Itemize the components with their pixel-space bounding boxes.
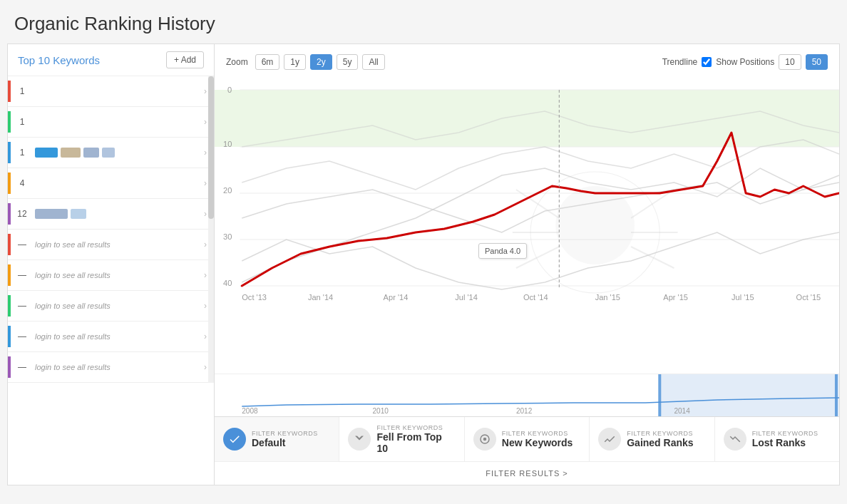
- filter-button-lost-ranks[interactable]: FILTER KEYWORDSLost Ranks: [715, 417, 839, 461]
- rank-badge: —: [11, 362, 31, 372]
- svg-rect-34: [658, 374, 661, 416]
- chart-area: Zoom 6m 1y 2y 5y All Trendline Show Posi…: [215, 44, 839, 485]
- scrollbar-track: [208, 76, 214, 383]
- svg-point-37: [483, 438, 487, 441]
- rank-badge: 12: [11, 209, 31, 219]
- svg-text:20: 20: [223, 186, 232, 195]
- mini-chart-wrapper: 2008 2010 2012 2014: [215, 374, 839, 416]
- keyword-bars: [31, 148, 197, 158]
- sidebar-header: Top 10 Keywords + Add: [8, 44, 214, 76]
- filter-icon-new: [473, 428, 496, 451]
- trendline-section: Trendline Show Positions 10 50: [662, 54, 828, 70]
- rank-badge: —: [11, 301, 31, 311]
- svg-text:Jan '14: Jan '14: [308, 293, 333, 302]
- main-chart-svg: 0 10 20 30 40 Oct '13 Jan '14 Apr '14 Ju…: [215, 76, 839, 318]
- zoom-6m-button[interactable]: 6m: [255, 54, 280, 70]
- zoom-all-button[interactable]: All: [362, 54, 384, 70]
- sidebar-item[interactable]: 4›: [8, 168, 214, 199]
- svg-text:10: 10: [223, 140, 232, 148]
- filter-name: Fell From Top 10: [376, 431, 455, 454]
- svg-rect-35: [835, 374, 838, 416]
- filter-icon-fell: [348, 428, 371, 451]
- filter-buttons: FILTER KEYWORDSDefaultFILTER KEYWORDSFel…: [215, 416, 839, 461]
- rank-badge: —: [11, 270, 31, 280]
- rank-badge: 1: [11, 86, 31, 96]
- keyword-bar: [35, 148, 58, 158]
- keyword-bar: [35, 209, 68, 219]
- sidebar-header-title: Top 10 Keywords: [18, 54, 100, 66]
- sidebar: Top 10 Keywords + Add 1›1›1›4›12›—login …: [8, 44, 215, 485]
- keyword-bar: [83, 148, 99, 158]
- svg-text:2014: 2014: [674, 407, 690, 415]
- filter-text: FILTER KEYWORDSDefault: [252, 430, 318, 448]
- filter-name: New Keywords: [502, 437, 573, 448]
- filter-button-new-keywords[interactable]: FILTER KEYWORDSNew Keywords: [465, 417, 590, 461]
- chart-controls: Zoom 6m 1y 2y 5y All Trendline Show Posi…: [215, 51, 839, 76]
- sidebar-scroll-wrapper: 1›1›1›4›12›—login to see all results›—lo…: [8, 76, 214, 383]
- svg-text:2010: 2010: [373, 407, 389, 415]
- svg-text:Oct '13: Oct '13: [242, 293, 267, 302]
- svg-text:30: 30: [223, 232, 232, 241]
- svg-rect-0: [215, 90, 839, 147]
- sidebar-item[interactable]: 1›: [8, 76, 214, 107]
- keyword-list: 1›1›1›4›12›—login to see all results›—lo…: [8, 76, 214, 383]
- sidebar-item[interactable]: —login to see all results›: [8, 352, 214, 383]
- filter-button-fell-from-top-10[interactable]: FILTER KEYWORDSFell From Top 10: [339, 417, 464, 461]
- rank-badge: —: [11, 240, 31, 250]
- zoom-2y-button[interactable]: 2y: [310, 54, 332, 70]
- sidebar-item[interactable]: 12›: [8, 199, 214, 230]
- svg-text:Oct '14: Oct '14: [523, 293, 548, 302]
- filter-label: FILTER KEYWORDS: [627, 430, 693, 437]
- zoom-label: Zoom: [226, 57, 248, 67]
- svg-text:2008: 2008: [242, 407, 258, 415]
- filter-button-default[interactable]: FILTER KEYWORDSDefault: [215, 417, 339, 461]
- svg-text:Apr '14: Apr '14: [384, 293, 409, 302]
- svg-text:Jan '15: Jan '15: [595, 293, 620, 302]
- filter-icon-lost: [724, 428, 746, 451]
- svg-text:0: 0: [227, 86, 232, 94]
- keyword-login-text: login to see all results: [31, 302, 197, 310]
- add-keyword-button[interactable]: + Add: [166, 51, 204, 68]
- sidebar-item[interactable]: —login to see all results›: [8, 260, 214, 291]
- zoom-5y-button[interactable]: 5y: [337, 54, 359, 70]
- keyword-bars: [31, 209, 197, 219]
- keyword-bar: [102, 148, 115, 158]
- sidebar-item[interactable]: —login to see all results›: [8, 322, 214, 352]
- filter-name: Gained Ranks: [627, 437, 693, 448]
- keyword-bar: [61, 148, 81, 158]
- rank-badge: 1: [11, 148, 31, 158]
- rank-badge: 1: [11, 117, 31, 127]
- page-title: Organic Ranking History: [0, 0, 847, 43]
- svg-text:Apr '15: Apr '15: [663, 293, 688, 302]
- sidebar-item[interactable]: —login to see all results›: [8, 230, 214, 260]
- scrollbar-thumb[interactable]: [208, 76, 214, 219]
- rank-badge: 4: [11, 178, 31, 188]
- filter-name: Lost Ranks: [752, 437, 818, 448]
- svg-text:Jul '15: Jul '15: [732, 293, 754, 302]
- svg-text:Jul '14: Jul '14: [455, 293, 478, 302]
- filter-text: FILTER KEYWORDSGained Ranks: [627, 430, 693, 448]
- filter-text: FILTER KEYWORDSNew Keywords: [502, 430, 573, 448]
- filter-label: FILTER KEYWORDS: [376, 424, 455, 431]
- sidebar-item[interactable]: 1›: [8, 138, 214, 168]
- keyword-login-text: login to see all results: [31, 240, 197, 249]
- filter-icon-gained: [598, 428, 621, 451]
- filter-name: Default: [252, 437, 318, 448]
- trendline-checkbox[interactable]: [702, 57, 712, 67]
- keyword-login-text: login to see all results: [31, 332, 197, 341]
- sidebar-item[interactable]: 1›: [8, 107, 214, 138]
- zoom-1y-button[interactable]: 1y: [284, 54, 306, 70]
- sidebar-item[interactable]: —login to see all results›: [8, 291, 214, 322]
- position-50-button[interactable]: 50: [806, 54, 828, 70]
- keyword-login-text: login to see all results: [31, 363, 197, 371]
- svg-line-24: [516, 247, 559, 268]
- svg-text:Oct '15: Oct '15: [796, 293, 821, 302]
- filter-text: FILTER KEYWORDSFell From Top 10: [376, 424, 455, 454]
- position-10-button[interactable]: 10: [779, 54, 801, 70]
- filter-results-bar[interactable]: FILTER RESULTS >: [215, 461, 839, 485]
- keyword-login-text: login to see all results: [31, 271, 197, 279]
- rank-badge: —: [11, 331, 31, 341]
- filter-icon-default: [223, 428, 246, 451]
- filter-button-gained-ranks[interactable]: FILTER KEYWORDSGained Ranks: [590, 417, 714, 461]
- svg-text:2012: 2012: [516, 407, 533, 415]
